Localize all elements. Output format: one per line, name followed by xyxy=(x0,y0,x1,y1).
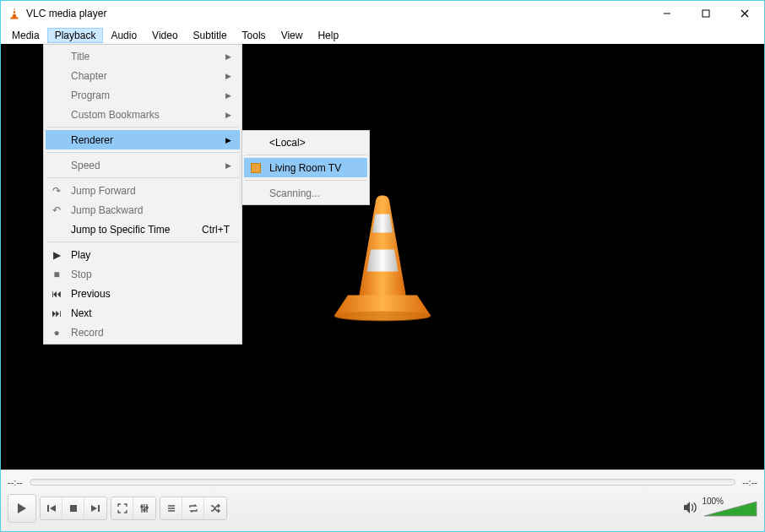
menu-item-label: Title xyxy=(71,51,90,62)
svg-point-16 xyxy=(146,507,148,508)
menu-item-label: Jump to Specific Time xyxy=(71,224,170,236)
menu-subtitle[interactable]: Subtitle xyxy=(186,28,235,43)
menu-item-label: Previous xyxy=(71,288,111,300)
titlebar: VLC media player xyxy=(1,1,764,26)
menu-item-label: Record xyxy=(71,327,104,339)
renderer-living-room-tv[interactable]: Living Room TV xyxy=(244,158,367,177)
svg-rect-8 xyxy=(47,505,49,512)
menu-separator xyxy=(245,155,366,155)
speaker-icon[interactable] xyxy=(683,501,698,517)
menu-item-label: Renderer xyxy=(71,134,113,146)
fullscreen-button[interactable] xyxy=(111,497,133,519)
transport-group xyxy=(40,497,107,520)
svg-point-14 xyxy=(141,506,143,508)
menu-help[interactable]: Help xyxy=(310,28,346,43)
menu-item-chapter[interactable]: Chapter▶ xyxy=(46,66,240,85)
svg-point-7 xyxy=(334,311,431,321)
menu-item-label: Jump Backward xyxy=(71,204,143,216)
next-icon: ⏭ xyxy=(50,307,63,320)
svg-rect-9 xyxy=(70,505,77,512)
close-button[interactable] xyxy=(725,1,764,26)
playback-menu: Title▶ Chapter▶ Program▶ Custom Bookmark… xyxy=(43,44,242,345)
menu-playback[interactable]: Playback xyxy=(47,28,104,43)
menu-item-previous[interactable]: ⏮Previous xyxy=(46,284,240,303)
chevron-right-icon: ▶ xyxy=(225,72,231,80)
stop-button[interactable] xyxy=(62,497,84,519)
menu-separator xyxy=(245,180,366,181)
controls-bar: --:-- --:-- 100% xyxy=(1,470,764,531)
previous-button[interactable] xyxy=(41,497,62,519)
play-button[interactable] xyxy=(8,494,36,523)
menu-shortcut: Ctrl+T xyxy=(202,224,230,236)
svg-rect-4 xyxy=(703,10,709,17)
extended-settings-button[interactable] xyxy=(133,497,155,519)
jump-forward-icon: ↷ xyxy=(50,184,63,198)
menu-item-label: Chapter xyxy=(71,70,107,82)
menu-video[interactable]: Video xyxy=(144,28,185,43)
menu-item-next[interactable]: ⏭Next xyxy=(46,303,240,323)
menu-item-label: Next xyxy=(71,307,92,319)
vlc-cone-icon xyxy=(8,7,21,20)
menu-item-label: Custom Bookmarks xyxy=(71,109,160,121)
volume-control: 100% xyxy=(683,499,757,518)
menu-item-program[interactable]: Program▶ xyxy=(46,85,240,105)
menu-separator xyxy=(46,152,239,153)
menu-item-label: Program xyxy=(71,90,110,101)
menu-media[interactable]: Media xyxy=(4,28,47,43)
jump-backward-icon: ↶ xyxy=(50,204,63,217)
menu-item-label: Speed xyxy=(71,160,100,171)
svg-rect-2 xyxy=(13,14,16,14)
seek-slider[interactable] xyxy=(30,479,736,486)
chevron-right-icon: ▶ xyxy=(225,161,231,170)
chevron-right-icon: ▶ xyxy=(225,111,231,119)
menu-item-speed[interactable]: Speed▶ xyxy=(46,155,240,175)
menu-item-label: Living Room TV xyxy=(269,162,341,174)
chevron-right-icon: ▶ xyxy=(225,91,231,100)
svg-point-15 xyxy=(144,509,145,511)
previous-icon: ⏮ xyxy=(50,287,63,301)
menu-item-jump-specific[interactable]: Jump to Specific TimeCtrl+T xyxy=(46,220,240,239)
renderer-local[interactable]: <Local> xyxy=(244,133,367,152)
menu-item-label: Play xyxy=(71,249,90,261)
window-controls xyxy=(648,1,764,26)
total-time[interactable]: --:-- xyxy=(742,477,757,487)
menu-separator xyxy=(46,127,239,128)
menu-item-jump-forward[interactable]: ↷Jump Forward xyxy=(46,181,240,200)
menu-item-label: Scanning... xyxy=(269,187,320,199)
renderer-submenu: <Local> Living Room TV Scanning... xyxy=(241,130,370,205)
shuffle-button[interactable] xyxy=(204,497,226,519)
menu-item-custom-bookmarks[interactable]: Custom Bookmarks▶ xyxy=(46,105,240,124)
menu-separator xyxy=(46,242,239,242)
cast-device-icon xyxy=(251,163,261,173)
menu-view[interactable]: View xyxy=(274,28,311,43)
svg-rect-0 xyxy=(11,18,19,19)
menu-separator xyxy=(46,177,239,178)
controls-row: 100% xyxy=(1,491,764,526)
volume-slider[interactable] xyxy=(703,499,757,518)
menu-item-renderer[interactable]: Renderer▶ xyxy=(46,130,240,149)
menu-item-label: Stop xyxy=(71,269,92,280)
chevron-right-icon: ▶ xyxy=(225,52,231,61)
menu-item-stop[interactable]: ■Stop xyxy=(46,264,240,284)
menu-item-record[interactable]: ●Record xyxy=(46,323,240,342)
playlist-button[interactable] xyxy=(160,497,182,519)
view-group xyxy=(111,497,156,520)
minimize-button[interactable] xyxy=(648,1,686,26)
menu-item-label: <Local> xyxy=(269,137,306,149)
chevron-right-icon: ▶ xyxy=(225,136,231,144)
menubar: Media Playback Audio Video Subtitle Tool… xyxy=(1,26,764,44)
menu-audio[interactable]: Audio xyxy=(103,28,144,43)
window-title: VLC media player xyxy=(26,8,106,19)
record-icon: ● xyxy=(50,326,63,339)
elapsed-time[interactable]: --:-- xyxy=(8,477,23,487)
menu-item-title[interactable]: Title▶ xyxy=(46,46,240,66)
menu-item-play[interactable]: ▶Play xyxy=(46,245,240,264)
next-button[interactable] xyxy=(84,497,106,519)
loop-button[interactable] xyxy=(182,497,204,519)
renderer-scanning: Scanning... xyxy=(244,183,367,203)
stop-icon: ■ xyxy=(50,268,63,281)
menu-tools[interactable]: Tools xyxy=(235,28,274,43)
menu-item-jump-backward[interactable]: ↶Jump Backward xyxy=(46,200,240,220)
time-row: --:-- --:-- xyxy=(1,470,764,491)
maximize-button[interactable] xyxy=(686,1,725,26)
